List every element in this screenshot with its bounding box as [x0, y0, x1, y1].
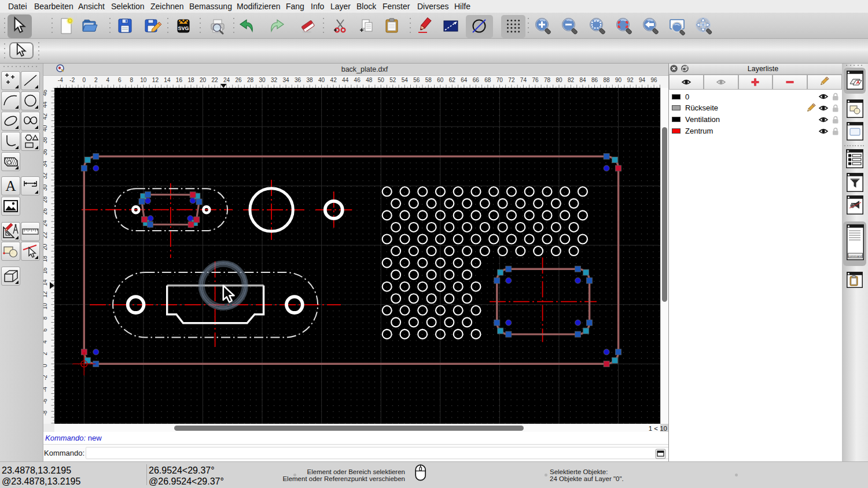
svg-text:-8: -8 — [43, 410, 48, 415]
svg-text:26: 26 — [43, 208, 48, 215]
svg-text:28: 28 — [247, 77, 254, 83]
svg-text:66: 66 — [473, 77, 480, 83]
svg-text:50: 50 — [378, 77, 385, 83]
svg-text:56: 56 — [413, 77, 420, 83]
svg-text:command: command — [848, 254, 862, 258]
svg-text:8: 8 — [130, 77, 134, 83]
svg-text:58: 58 — [425, 77, 432, 83]
svg-text:16: 16 — [176, 77, 183, 83]
svg-text:-6: -6 — [43, 398, 48, 404]
svg-text:44: 44 — [43, 101, 48, 108]
svg-text:A: A — [5, 178, 16, 194]
svg-text:38: 38 — [43, 136, 48, 143]
svg-text:46: 46 — [43, 89, 48, 96]
svg-text:-4: -4 — [43, 386, 48, 391]
svg-text:30: 30 — [259, 77, 266, 83]
svg-text:72: 72 — [508, 77, 515, 83]
svg-text:8: 8 — [43, 316, 48, 320]
svg-text:22: 22 — [43, 232, 48, 239]
svg-text:38: 38 — [307, 77, 314, 83]
svg-text:16: 16 — [43, 267, 48, 274]
svg-text:18: 18 — [43, 256, 48, 263]
svg-text:94: 94 — [639, 77, 646, 83]
svg-text:12: 12 — [43, 291, 48, 298]
svg-text:52: 52 — [389, 77, 396, 83]
svg-text:86: 86 — [591, 77, 598, 83]
svg-text:-4: -4 — [58, 77, 63, 83]
svg-text:2: 2 — [94, 77, 98, 83]
svg-text:28: 28 — [43, 196, 48, 203]
svg-text:20: 20 — [200, 77, 207, 83]
svg-text:92: 92 — [627, 77, 634, 83]
svg-text:32: 32 — [271, 77, 278, 83]
svg-text:SVG: SVG — [178, 25, 189, 31]
svg-text:18: 18 — [187, 77, 194, 83]
svg-text:4: 4 — [106, 77, 110, 83]
svg-text:20: 20 — [43, 243, 48, 250]
svg-text:88: 88 — [603, 77, 610, 83]
svg-text:46: 46 — [354, 77, 361, 83]
svg-text:2: 2 — [43, 352, 48, 356]
svg-text:4: 4 — [43, 340, 48, 343]
svg-text:30: 30 — [43, 184, 48, 191]
svg-text:90: 90 — [615, 77, 622, 83]
svg-text:26: 26 — [235, 77, 242, 83]
svg-text:24: 24 — [43, 220, 48, 227]
svg-text:96: 96 — [651, 77, 658, 83]
svg-text:32: 32 — [43, 172, 48, 179]
svg-text:36: 36 — [43, 149, 48, 156]
svg-text:84: 84 — [579, 77, 586, 83]
svg-text:0: 0 — [43, 364, 48, 367]
svg-text:34: 34 — [283, 77, 290, 83]
svg-text:10: 10 — [140, 77, 147, 83]
svg-text:42: 42 — [43, 113, 48, 120]
svg-text:78: 78 — [544, 77, 551, 83]
svg-text:40: 40 — [318, 77, 325, 83]
svg-text:6: 6 — [43, 328, 48, 332]
svg-text:80: 80 — [556, 77, 562, 83]
svg-text:54: 54 — [402, 77, 409, 83]
svg-text:68: 68 — [484, 77, 491, 83]
svg-text:42: 42 — [330, 77, 337, 83]
svg-text:14: 14 — [164, 77, 171, 83]
svg-text:34: 34 — [43, 161, 48, 168]
svg-text:70: 70 — [496, 77, 503, 83]
svg-text:76: 76 — [532, 77, 539, 83]
svg-text:24: 24 — [223, 77, 230, 83]
svg-text:10: 10 — [43, 303, 48, 310]
svg-text:22: 22 — [211, 77, 218, 83]
svg-text:74: 74 — [520, 77, 527, 83]
svg-text:36: 36 — [295, 77, 301, 83]
svg-text:-2: -2 — [43, 375, 48, 380]
svg-text:64: 64 — [461, 77, 468, 83]
svg-text:62: 62 — [449, 77, 456, 83]
svg-text:6: 6 — [118, 77, 122, 83]
svg-text:60: 60 — [437, 77, 444, 83]
svg-text:14: 14 — [43, 279, 48, 286]
svg-text:12: 12 — [152, 77, 159, 83]
svg-text:44: 44 — [342, 77, 349, 83]
svg-text:48: 48 — [366, 77, 373, 83]
svg-text:40: 40 — [43, 125, 48, 132]
svg-text:0: 0 — [83, 77, 86, 83]
svg-text:-2: -2 — [69, 77, 75, 83]
svg-text:82: 82 — [568, 77, 575, 83]
